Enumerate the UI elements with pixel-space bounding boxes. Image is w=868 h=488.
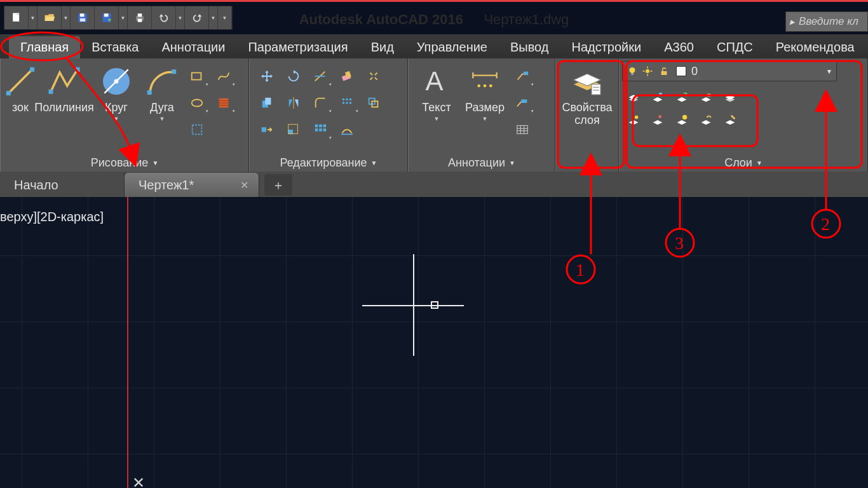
doc-tab-drawing[interactable]: Чертеж1*✕: [125, 173, 259, 197]
layer-properties-button[interactable]: Свойства слоя: [561, 64, 613, 127]
svg-rect-11: [30, 67, 34, 72]
svg-rect-44: [315, 128, 318, 132]
layer-match-tool[interactable]: [719, 109, 742, 131]
close-icon[interactable]: ✕: [240, 179, 248, 191]
add-tab-button[interactable]: ＋: [264, 174, 292, 196]
panel-layers-title[interactable]: Слои▼: [620, 154, 867, 172]
tab-manage[interactable]: Управление: [405, 36, 499, 58]
layer-selector-dropdown[interactable]: 0 ▼: [622, 61, 837, 81]
fillet-tool[interactable]: ▾: [308, 92, 332, 114]
svg-text:A: A: [426, 66, 444, 96]
svg-point-34: [346, 102, 348, 104]
panel-draw-title[interactable]: Рисование▼: [1, 154, 248, 172]
hatch-tool[interactable]: ▾: [212, 92, 236, 114]
help-search-input[interactable]: ▶Введите кл: [785, 11, 868, 32]
region-tool[interactable]: [185, 118, 209, 141]
svg-point-51: [484, 85, 487, 88]
erase-tool[interactable]: [335, 65, 359, 88]
tab-home[interactable]: Главная: [9, 36, 80, 58]
tab-addins[interactable]: Надстройки: [560, 36, 653, 58]
svg-rect-17: [147, 90, 152, 95]
move-tool[interactable]: [255, 65, 279, 88]
spline-tool[interactable]: ▾: [212, 65, 236, 88]
grid: [0, 197, 868, 488]
text-tool[interactable]: A Текст▼: [414, 64, 459, 122]
save-button[interactable]: [71, 6, 95, 29]
segment-tool[interactable]: зок: [6, 64, 35, 114]
undo-button[interactable]: [152, 6, 176, 29]
ribbon-tab-bar: Главная Вставка Аннотации Параметризация…: [0, 34, 868, 58]
rotate-tool[interactable]: [281, 65, 306, 88]
arc-tool[interactable]: Дуга▼: [139, 64, 185, 122]
trim-tool[interactable]: ▾: [308, 65, 332, 88]
polyline-tool[interactable]: Полилиния: [35, 64, 93, 114]
copy-tool[interactable]: [255, 92, 279, 114]
tab-a360[interactable]: A360: [653, 36, 705, 58]
doc-tab-home[interactable]: Начало: [0, 173, 125, 197]
circle-tool[interactable]: Круг▼: [93, 64, 139, 122]
new-file-button[interactable]: [4, 6, 29, 29]
leader-style-tool[interactable]: ▾: [510, 92, 534, 114]
redo-button[interactable]: [185, 6, 209, 29]
tab-annotations[interactable]: Аннотации: [150, 36, 236, 58]
modify-tools: ▾ ▾ ▾ ▾: [255, 64, 387, 144]
stretch-tool[interactable]: [255, 118, 279, 141]
tab-recommend[interactable]: Рекомендова: [764, 36, 866, 58]
svg-rect-38: [262, 127, 266, 132]
layer-on-tool[interactable]: [622, 109, 645, 131]
layer-freeze-tool[interactable]: [646, 86, 669, 108]
new-file-dropdown[interactable]: ▼: [29, 6, 37, 29]
qat-customize-dropdown[interactable]: ▼: [218, 6, 232, 29]
panel-modify: ▾ ▾ ▾ ▾ Редактирование▼: [249, 58, 408, 172]
scale-tool[interactable]: [281, 118, 306, 141]
viewport-label[interactable]: верху][2D-каркас]: [0, 210, 104, 224]
mirror-tool[interactable]: [281, 92, 306, 114]
svg-rect-2: [79, 13, 84, 17]
open-file-button[interactable]: [37, 6, 62, 29]
dimension-tool[interactable]: Размер▼: [459, 64, 510, 122]
tab-spds[interactable]: СПДС: [705, 36, 764, 58]
svg-rect-53: [524, 72, 528, 76]
undo-dropdown[interactable]: ▼: [176, 6, 185, 29]
layer-unisolate-tool[interactable]: [670, 109, 693, 131]
layer-lock-tool[interactable]: [695, 86, 717, 108]
svg-point-63: [630, 67, 635, 73]
panel-modify-title[interactable]: Редактирование▼: [250, 154, 407, 172]
array-rect-tool[interactable]: ▾: [308, 118, 332, 141]
table-tool[interactable]: [510, 118, 534, 141]
svg-rect-41: [315, 125, 318, 128]
layer-isolate-tool[interactable]: [670, 86, 693, 108]
offset-tool[interactable]: [362, 92, 386, 114]
redo-dropdown[interactable]: ▼: [209, 6, 218, 29]
tab-insert[interactable]: Вставка: [80, 36, 150, 58]
array-tool[interactable]: ▾: [335, 92, 359, 114]
open-file-dropdown[interactable]: ▼: [62, 6, 71, 29]
align-tool[interactable]: [335, 118, 359, 141]
explode-tool[interactable]: [362, 65, 386, 88]
drawing-canvas[interactable]: верху][2D-каркас] ✕: [0, 197, 868, 488]
tab-output[interactable]: Вывод: [499, 36, 560, 58]
layer-tools-grid: [622, 86, 867, 131]
ellipse-tool[interactable]: ▾: [185, 92, 209, 114]
layer-name: 0: [691, 65, 698, 78]
svg-point-50: [477, 85, 480, 88]
rectangle-tool[interactable]: ▾: [185, 65, 209, 88]
print-button[interactable]: [128, 6, 152, 29]
panel-annotation-title[interactable]: Аннотации▼: [409, 154, 555, 172]
svg-rect-28: [265, 98, 271, 105]
save-as-button[interactable]: [95, 6, 119, 29]
leader-tool[interactable]: ▾: [510, 65, 534, 88]
svg-point-65: [646, 69, 649, 73]
layer-unlock-tool[interactable]: [695, 109, 717, 131]
svg-point-71: [659, 93, 663, 97]
tab-parametric[interactable]: Параметризация: [236, 36, 359, 58]
svg-rect-70: [661, 71, 667, 75]
svg-point-20: [192, 100, 203, 107]
tab-view[interactable]: Вид: [360, 36, 405, 58]
panel-draw: зок Полилиния Круг▼ Дуга▼ ▾ ▾ ▾ ▾: [0, 58, 249, 172]
layer-off-tool[interactable]: [622, 86, 645, 108]
layer-thaw-tool[interactable]: [646, 109, 669, 131]
svg-rect-22: [193, 125, 202, 135]
layer-make-current-tool[interactable]: [719, 86, 742, 108]
save-as-dropdown[interactable]: ▼: [119, 6, 128, 29]
